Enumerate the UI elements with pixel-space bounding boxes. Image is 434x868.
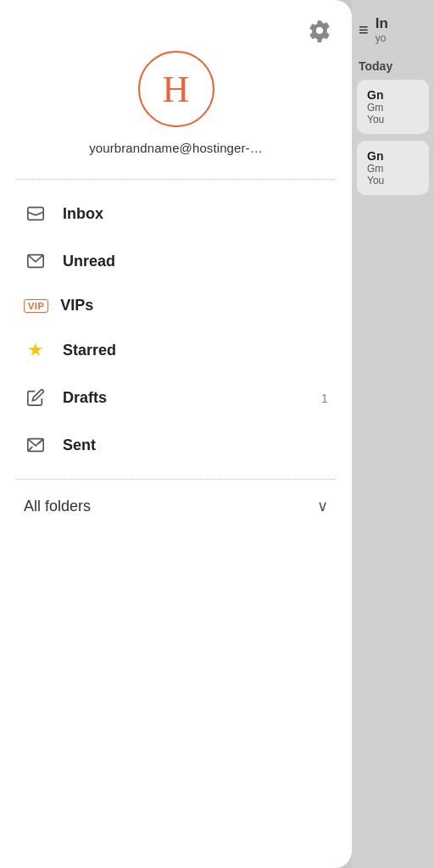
email-card-2-you: You xyxy=(367,175,419,186)
unread-icon xyxy=(24,249,47,273)
inbox-label: Inbox xyxy=(63,205,328,223)
email-drawer: H yourbrandname@hostinger-… Inbox xyxy=(0,0,352,868)
email-card-1-title: Gn xyxy=(367,88,419,102)
vip-badge: VIP xyxy=(24,299,48,313)
sidebar-item-drafts[interactable]: Drafts 1 xyxy=(0,374,352,421)
account-email: yourbrandname@hostinger-… xyxy=(89,141,263,155)
starred-label: Starred xyxy=(63,342,328,359)
today-label: Today xyxy=(352,53,434,76)
avatar-section: H yourbrandname@hostinger-… xyxy=(0,0,352,175)
email-card-2[interactable]: Gn Gm You xyxy=(357,141,429,195)
right-header-text: In yo xyxy=(376,15,388,44)
sidebar-item-unread[interactable]: Unread xyxy=(0,237,352,285)
sidebar-item-starred[interactable]: ★ Starred xyxy=(0,326,352,374)
star-icon: ★ xyxy=(24,338,47,362)
drafts-icon xyxy=(24,386,47,409)
svg-line-3 xyxy=(39,439,43,444)
all-folders-row[interactable]: All folders ∨ xyxy=(0,483,352,529)
sidebar-item-vips[interactable]: VIP VIPs xyxy=(0,285,352,326)
avatar[interactable]: H xyxy=(138,51,214,127)
right-header: ≡ In yo xyxy=(352,0,434,53)
settings-button[interactable] xyxy=(304,15,335,48)
right-panel-title: In xyxy=(376,15,388,32)
gear-icon xyxy=(308,19,331,42)
email-card-2-sub: Gm xyxy=(367,163,419,175)
inbox-icon xyxy=(24,202,47,225)
bottom-divider xyxy=(17,479,335,480)
avatar-letter: H xyxy=(163,68,190,111)
drafts-label: Drafts xyxy=(63,389,321,407)
hamburger-icon[interactable]: ≡ xyxy=(359,20,369,40)
vips-label: VIPs xyxy=(60,297,328,314)
sent-icon xyxy=(24,433,47,457)
sidebar-item-sent[interactable]: Sent xyxy=(0,421,352,469)
sidebar-item-inbox[interactable]: Inbox xyxy=(0,190,352,237)
right-panel-subtitle: yo xyxy=(376,32,388,44)
nav-list: Inbox Unread VIP VIPs ★ Starred xyxy=(0,186,352,472)
unread-label: Unread xyxy=(63,253,328,270)
top-divider xyxy=(17,179,335,180)
drafts-badge: 1 xyxy=(321,391,328,405)
email-card-1-sub: Gm xyxy=(367,102,419,114)
email-card-1-you: You xyxy=(367,114,419,125)
sent-label: Sent xyxy=(63,437,328,454)
email-card-2-title: Gn xyxy=(367,149,419,163)
all-folders-label: All folders xyxy=(24,498,317,515)
right-panel: ≡ In yo Today Gn Gm You Gn Gm You xyxy=(352,0,434,868)
email-card-1[interactable]: Gn Gm You xyxy=(357,80,429,134)
chevron-down-icon: ∨ xyxy=(317,497,328,515)
